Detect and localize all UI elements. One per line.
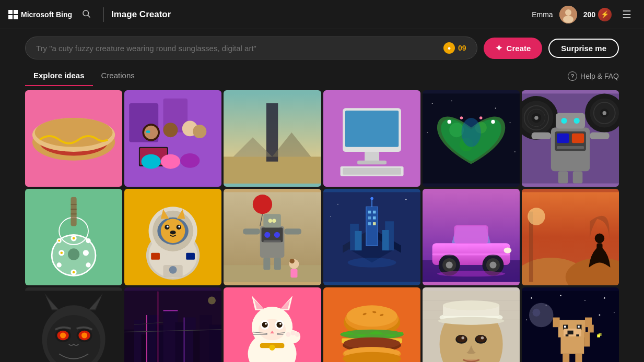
- boost-count: 09: [458, 44, 466, 52]
- svg-point-91: [58, 240, 60, 242]
- svg-rect-140: [368, 216, 371, 220]
- grid-item-robot-balloon[interactable]: [224, 189, 321, 285]
- grid-item-car-purple[interactable]: [423, 189, 520, 285]
- create-button[interactable]: ✦ Create: [484, 38, 543, 59]
- svg-point-47: [491, 120, 495, 124]
- svg-point-233: [270, 345, 275, 351]
- svg-point-73: [573, 118, 579, 124]
- svg-point-94: [68, 248, 79, 260]
- svg-rect-138: [368, 211, 371, 214]
- svg-rect-112: [186, 253, 195, 260]
- svg-point-88: [83, 250, 89, 256]
- grid-item-cat-lucky[interactable]: [224, 287, 321, 362]
- svg-point-164: [489, 262, 496, 269]
- grid-item-earth[interactable]: [423, 90, 520, 187]
- search-button[interactable]: [78, 6, 94, 23]
- svg-point-131: [290, 259, 295, 263]
- grid-item-desert-figure[interactable]: [522, 189, 619, 285]
- create-icon: ✦: [495, 43, 502, 54]
- svg-point-87: [86, 262, 90, 267]
- avatar[interactable]: [559, 6, 577, 23]
- grid-item-guitar[interactable]: [25, 189, 122, 285]
- svg-point-105: [178, 226, 180, 228]
- search-section: ● 09 ✦ Create Surprise me: [0, 29, 644, 66]
- svg-point-127: [253, 195, 272, 214]
- coin-icon: ⚡: [598, 8, 612, 21]
- svg-rect-70: [573, 171, 583, 183]
- grid-item-computer[interactable]: [323, 90, 420, 187]
- svg-rect-31: [365, 152, 379, 162]
- svg-rect-30: [345, 111, 398, 147]
- svg-point-258: [476, 335, 486, 342]
- page-title: Image Creator: [111, 9, 532, 20]
- grid-item-monolith[interactable]: [224, 90, 321, 187]
- svg-rect-66: [557, 146, 584, 149]
- svg-point-13: [144, 126, 158, 139]
- grid-item-hotdog[interactable]: [25, 90, 122, 187]
- svg-rect-119: [264, 240, 282, 243]
- svg-point-220: [277, 322, 283, 328]
- grid-item-shiba[interactable]: [124, 189, 221, 285]
- surprise-button[interactable]: Surprise me: [548, 39, 619, 58]
- svg-rect-67: [531, 132, 551, 139]
- svg-point-3: [565, 9, 571, 16]
- svg-rect-139: [372, 211, 376, 214]
- grid-item-burger[interactable]: [323, 287, 420, 362]
- svg-rect-64: [557, 134, 569, 143]
- grid-item-city-iso[interactable]: [323, 189, 420, 285]
- coins-count: 200: [583, 10, 595, 19]
- surprise-label: Surprise me: [561, 44, 606, 53]
- logo-area: Microsoft Bing: [8, 10, 72, 19]
- svg-rect-143: [372, 222, 376, 225]
- svg-point-229: [286, 332, 290, 337]
- svg-rect-288: [566, 334, 569, 336]
- svg-point-265: [438, 317, 504, 325]
- svg-point-186: [60, 332, 66, 338]
- svg-point-4: [563, 16, 573, 23]
- tab-explore[interactable]: Explore ideas: [25, 66, 93, 86]
- svg-point-150: [347, 258, 396, 268]
- svg-point-36: [431, 103, 432, 104]
- svg-rect-283: [564, 325, 566, 328]
- help-icon: ?: [568, 71, 577, 81]
- help-link[interactable]: ? Help & FAQ: [568, 71, 619, 81]
- grid-item-pixel-dog[interactable]: [522, 287, 619, 362]
- grid-item-robot-dj[interactable]: [522, 90, 619, 187]
- svg-rect-14: [146, 130, 150, 133]
- svg-point-276: [532, 309, 540, 317]
- svg-point-46: [447, 120, 451, 124]
- grid-item-portrait[interactable]: [423, 287, 520, 362]
- svg-point-22: [180, 153, 200, 168]
- svg-rect-123: [243, 228, 261, 234]
- svg-rect-289: [576, 334, 579, 336]
- menu-button[interactable]: ☰: [618, 6, 636, 23]
- svg-point-110: [169, 266, 177, 274]
- grid-item-girls[interactable]: [124, 90, 221, 187]
- svg-point-60: [602, 111, 606, 115]
- svg-point-237: [346, 305, 397, 327]
- svg-point-0: [83, 10, 89, 16]
- svg-point-21: [161, 154, 180, 169]
- svg-rect-136: [366, 207, 377, 245]
- bing-logo[interactable]: Microsoft Bing: [8, 10, 72, 19]
- grid-item-mask[interactable]: [25, 287, 122, 362]
- search-input[interactable]: [36, 44, 438, 53]
- svg-point-222: [279, 323, 282, 325]
- svg-rect-114: [224, 265, 321, 282]
- svg-rect-291: [575, 354, 582, 362]
- svg-point-48: [460, 116, 463, 119]
- svg-rect-148: [355, 231, 361, 250]
- svg-point-231: [295, 332, 300, 337]
- svg-rect-203: [163, 310, 178, 311]
- svg-point-274: [599, 315, 600, 316]
- svg-point-174: [528, 208, 545, 225]
- boost-badge: ● 09: [443, 42, 466, 54]
- svg-point-45: [461, 118, 481, 147]
- svg-rect-200: [209, 325, 221, 362]
- svg-point-221: [265, 323, 267, 325]
- svg-point-85: [57, 262, 62, 267]
- grid-item-neon-city[interactable]: [124, 287, 221, 362]
- image-grid: [0, 90, 644, 362]
- tab-creations[interactable]: Creations: [93, 66, 143, 86]
- search-bar[interactable]: ● 09: [25, 37, 477, 59]
